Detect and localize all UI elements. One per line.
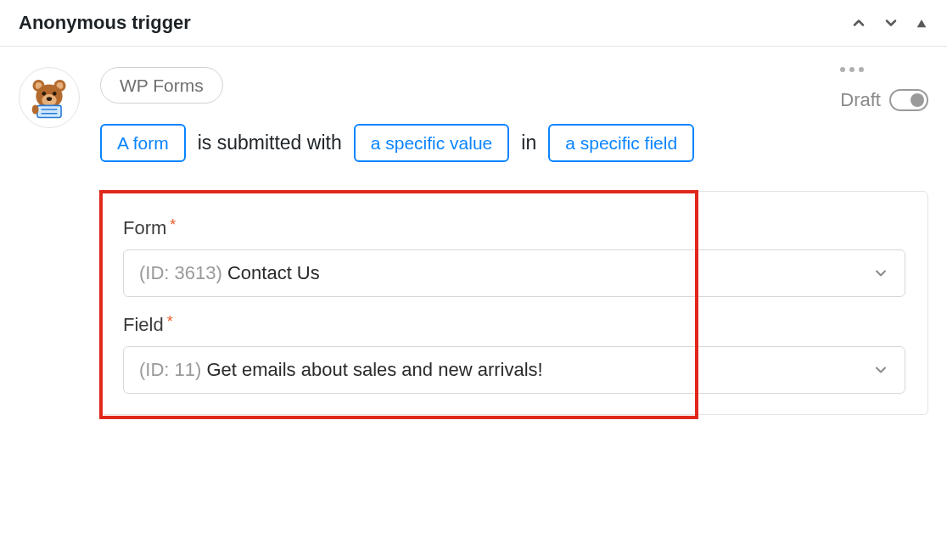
integration-avatar [19, 67, 80, 128]
collapse-icon[interactable] [915, 16, 928, 30]
panel-title: Anonymous trigger [19, 12, 191, 34]
svg-point-9 [47, 97, 52, 101]
chevron-down-icon [872, 265, 889, 282]
wpforms-bear-icon [28, 76, 70, 119]
field-name: Get emails about sales and new arrivals! [206, 359, 542, 380]
field-field-group: Field * (ID: 11) Get emails about sales … [123, 314, 905, 394]
field-token[interactable]: a specific field [548, 124, 694, 162]
header-controls [850, 14, 928, 31]
field-id-prefix: (ID: 11) [139, 359, 206, 380]
status-toggle-group: Draft [840, 89, 928, 111]
panel-body: WP Forms A form is submitted with a spec… [0, 47, 947, 415]
value-token[interactable]: a specific value [354, 124, 510, 162]
field-select[interactable]: (ID: 11) Get emails about sales and new … [123, 346, 905, 394]
svg-point-7 [42, 92, 46, 96]
svg-marker-0 [917, 20, 927, 27]
status-label: Draft [840, 89, 881, 111]
form-select-value: (ID: 3613) Contact Us [139, 262, 320, 284]
required-indicator: * [170, 217, 176, 232]
status-toggle[interactable] [889, 89, 928, 111]
form-field-group: Form * (ID: 3613) Contact Us [123, 217, 905, 297]
more-options-icon[interactable] [840, 67, 864, 72]
sentence-text-2: in [521, 131, 536, 156]
form-select[interactable]: (ID: 3613) Contact Us [123, 249, 905, 297]
form-field-label: Form * [123, 217, 905, 239]
form-id-prefix: (ID: 3613) [139, 262, 227, 283]
move-up-icon[interactable] [850, 14, 867, 31]
integration-pill[interactable]: WP Forms [100, 67, 223, 104]
side-column: Draft [840, 67, 928, 111]
svg-rect-10 [37, 105, 61, 117]
svg-point-13 [32, 105, 39, 115]
form-token[interactable]: A form [100, 124, 186, 162]
form-name: Contact Us [227, 262, 320, 283]
panel-header: Anonymous trigger [0, 0, 947, 47]
chevron-down-icon [872, 361, 889, 378]
move-down-icon[interactable] [883, 14, 899, 31]
field-field-label: Field * [123, 314, 905, 336]
field-select-value: (ID: 11) Get emails about sales and new … [139, 359, 543, 381]
required-indicator: * [167, 314, 173, 329]
svg-point-8 [53, 92, 57, 96]
form-label-text: Form [123, 217, 166, 239]
top-row: WP Forms A form is submitted with a spec… [100, 67, 928, 162]
field-label-text: Field [123, 314, 164, 336]
config-panel: Form * (ID: 3613) Contact Us [100, 191, 928, 415]
main-column: WP Forms A form is submitted with a spec… [100, 67, 928, 415]
sentence-text-1: is submitted with [198, 131, 342, 156]
trigger-sentence: WP Forms A form is submitted with a spec… [100, 67, 711, 162]
toggle-knob [911, 93, 924, 107]
